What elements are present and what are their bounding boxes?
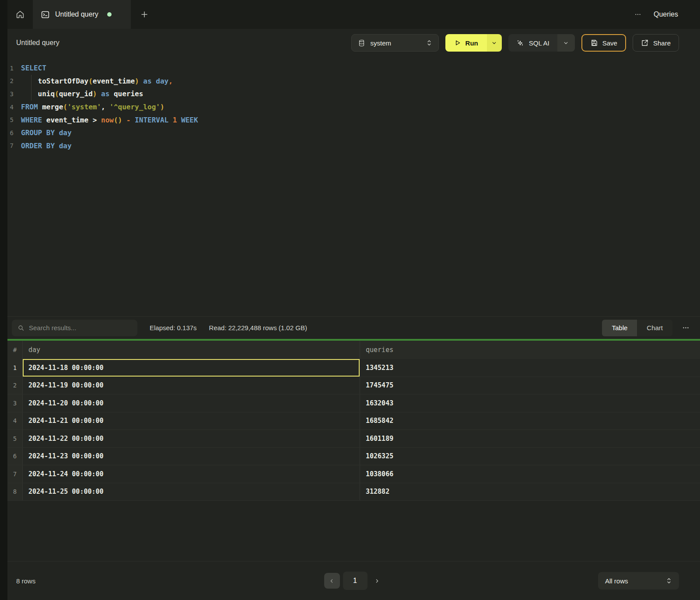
home-tab[interactable] — [7, 0, 33, 29]
tab-title: Untitled query — [55, 10, 98, 18]
table-row: 72024-11-24 00:00:001038066 — [7, 465, 700, 483]
run-button-group: Run — [445, 34, 502, 52]
left-edge-strip — [0, 0, 7, 600]
sql-editor[interactable]: 1SELECT2 toStartOfDay(event_time) as day… — [7, 57, 700, 316]
row-index-cell[interactable]: 5 — [7, 430, 23, 447]
view-tab-chart[interactable]: Chart — [637, 320, 672, 336]
more-options-icon[interactable] — [633, 9, 643, 20]
sql-ai-options-button[interactable] — [557, 34, 575, 52]
plus-icon — [140, 10, 148, 18]
save-label: Save — [602, 39, 617, 47]
code-text: FROM merge('system', '^query_log') — [21, 103, 164, 111]
chevron-right-icon — [374, 578, 380, 584]
code-line[interactable]: 7ORDER BY day — [7, 140, 700, 153]
queries-cell[interactable]: 1026325 — [360, 448, 700, 465]
row-index-cell[interactable]: 6 — [7, 448, 23, 465]
run-options-button[interactable] — [487, 34, 502, 52]
day-cell[interactable]: 2024-11-25 00:00:00 — [23, 483, 360, 501]
code-line[interactable]: 2 toStartOfDay(event_time) as day, — [7, 75, 700, 88]
queries-link[interactable]: Queries — [654, 10, 678, 18]
line-number: 5 — [7, 116, 21, 123]
row-index-cell[interactable]: 3 — [7, 394, 23, 412]
code-lines: 1SELECT2 toStartOfDay(event_time) as day… — [7, 62, 700, 152]
column-header-index[interactable]: # — [7, 341, 23, 359]
chevron-down-icon — [563, 40, 569, 46]
run-button[interactable]: Run — [445, 34, 487, 52]
queries-cell[interactable]: 1745475 — [360, 377, 700, 394]
code-text: GROUP BY day — [21, 129, 72, 137]
tab-bar: Untitled query Queries — [7, 0, 700, 29]
chevron-down-icon — [491, 40, 497, 46]
queries-cell[interactable]: 1632043 — [360, 394, 700, 412]
new-tab-button[interactable] — [131, 0, 158, 29]
queries-cell[interactable]: 1685842 — [360, 412, 700, 430]
day-cell[interactable]: 2024-11-20 00:00:00 — [23, 394, 360, 412]
day-cell[interactable]: 2024-11-21 00:00:00 — [23, 412, 360, 430]
code-line[interactable]: 5WHERE event_time > now() - INTERVAL 1 W… — [7, 113, 700, 126]
code-line[interactable]: 3 uniq(query_id) as queries — [7, 87, 700, 101]
code-text: SELECT — [21, 64, 46, 72]
day-cell[interactable]: 2024-11-23 00:00:00 — [23, 448, 360, 465]
day-cell[interactable]: 2024-11-19 00:00:00 — [23, 377, 360, 394]
column-header-queries[interactable]: queries — [360, 341, 700, 359]
view-tab-table[interactable]: Table — [602, 320, 637, 336]
day-cell[interactable]: 2024-11-22 00:00:00 — [23, 430, 360, 447]
day-cell[interactable]: 2024-11-24 00:00:00 — [23, 465, 360, 483]
table-row: 42024-11-21 00:00:001685842 — [7, 412, 700, 430]
day-cell[interactable]: 2024-11-18 00:00:00 — [23, 359, 360, 377]
column-header-day[interactable]: day — [23, 341, 360, 359]
results-footer: 8 rows 1 All rows — [7, 561, 700, 600]
next-page-button[interactable] — [371, 573, 384, 589]
previous-page-button[interactable] — [324, 573, 340, 589]
search-results-input[interactable] — [29, 324, 132, 331]
indent-guide — [31, 87, 32, 101]
row-index-cell[interactable]: 7 — [7, 465, 23, 483]
row-index-cell[interactable]: 8 — [7, 483, 23, 501]
table-row: 22024-11-19 00:00:001745475 — [7, 377, 700, 395]
rows-per-page-select[interactable]: All rows — [598, 572, 679, 590]
line-number: 7 — [7, 142, 21, 149]
table-row: 82024-11-25 00:00:00312882 — [7, 483, 700, 501]
row-index-cell[interactable]: 2 — [7, 377, 23, 394]
row-index-cell[interactable]: 1 — [7, 359, 23, 377]
database-select[interactable]: system — [351, 34, 439, 52]
queries-cell[interactable]: 312882 — [360, 483, 700, 501]
line-number: 2 — [7, 77, 21, 84]
table-row: 52024-11-22 00:00:001601189 — [7, 430, 700, 448]
elapsed-stat: Elapsed: 0.137s — [150, 324, 197, 331]
share-button[interactable]: Share — [633, 34, 679, 52]
line-number: 4 — [7, 104, 21, 111]
code-line[interactable]: 6GROUP BY day — [7, 126, 700, 140]
table-row: 62024-11-23 00:00:001026325 — [7, 448, 700, 466]
chevron-left-icon — [329, 578, 335, 584]
queries-cell[interactable]: 1038066 — [360, 465, 700, 483]
rows-per-page-value: All rows — [605, 577, 666, 585]
tab-untitled-query[interactable]: Untitled query — [33, 0, 131, 29]
save-button[interactable]: Save — [581, 34, 626, 52]
updown-chevron-icon — [666, 577, 672, 584]
row-index-cell[interactable]: 4 — [7, 412, 23, 430]
code-line[interactable]: 1SELECT — [7, 62, 700, 75]
code-line[interactable]: 4FROM merge('system', '^query_log') — [7, 101, 700, 114]
code-text: toStartOfDay(event_time) as day, — [21, 77, 173, 85]
line-number: 1 — [7, 65, 21, 72]
home-icon — [15, 10, 25, 19]
database-selected-value: system — [371, 39, 421, 47]
sql-ai-button[interactable]: SQL AI — [508, 34, 557, 52]
queries-cell[interactable]: 1601189 — [360, 430, 700, 447]
search-results-box[interactable] — [12, 320, 137, 336]
results-more-icon[interactable] — [680, 322, 691, 333]
current-page-button[interactable]: 1 — [343, 572, 368, 590]
code-text: uniq(query_id) as queries — [21, 90, 143, 98]
save-icon — [590, 39, 598, 47]
indent-guide — [31, 75, 32, 88]
query-toolbar: Untitled query system Run — [7, 29, 700, 57]
search-icon — [18, 324, 24, 331]
updown-chevron-icon — [426, 39, 432, 46]
play-icon — [454, 39, 461, 46]
table-row: 32024-11-20 00:00:001632043 — [7, 394, 700, 412]
table-row: 12024-11-18 00:00:001345213 — [7, 359, 700, 377]
queries-cell[interactable]: 1345213 — [360, 359, 700, 377]
read-stat: Read: 22,229,488 rows (1.02 GB) — [209, 324, 307, 331]
share-icon — [641, 39, 649, 47]
